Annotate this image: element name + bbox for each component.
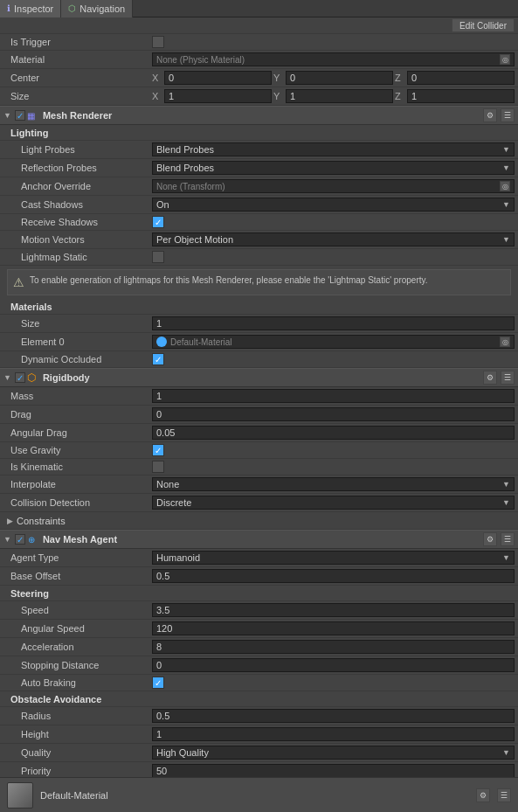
cast-shadows-dropdown[interactable]: On ▼ xyxy=(152,198,515,212)
center-z-label: Z xyxy=(395,73,405,83)
stopping-distance-input[interactable]: 0 xyxy=(152,658,515,672)
size-y-field: Y 1 xyxy=(273,89,393,103)
nav-mesh-agent-enabled-checkbox[interactable] xyxy=(15,534,25,545)
quality-row: Quality High Quality ▼ xyxy=(0,744,518,762)
edit-collider-button[interactable]: Edit Collider xyxy=(452,18,515,32)
radius-input[interactable]: 0.5 xyxy=(152,709,515,723)
mesh-renderer-settings-button[interactable]: ⚙ xyxy=(483,108,497,122)
anchor-override-row: Anchor Override None (Transform) ◎ xyxy=(0,177,518,196)
steering-section-label: Steering xyxy=(0,588,49,599)
receive-shadows-row: Receive Shadows xyxy=(0,214,518,231)
mesh-renderer-menu-button[interactable]: ☰ xyxy=(501,108,515,122)
size-y-input[interactable]: 1 xyxy=(286,89,393,103)
mesh-renderer-title: Mesh Renderer xyxy=(43,110,483,121)
mass-row: Mass 1 xyxy=(0,387,518,406)
acceleration-input[interactable]: 8 xyxy=(152,640,515,654)
quality-arrow-icon: ▼ xyxy=(502,748,510,757)
size-x-input[interactable]: 1 xyxy=(164,89,272,103)
materials-section-label: Materials xyxy=(0,302,52,312)
collision-detection-dropdown[interactable]: Discrete ▼ xyxy=(152,496,515,510)
center-y-input[interactable]: 0 xyxy=(286,71,393,85)
height-input[interactable]: 1 xyxy=(152,727,515,741)
drag-input[interactable]: 0 xyxy=(152,407,515,421)
mat-size-value: 1 xyxy=(148,316,518,331)
mat-size-input[interactable]: 1 xyxy=(152,316,515,330)
speed-row: Speed 3.5 xyxy=(0,601,518,620)
center-z-input[interactable]: 0 xyxy=(407,71,515,85)
drag-row: Drag 0 xyxy=(0,406,518,424)
receive-shadows-checkbox[interactable] xyxy=(152,216,164,228)
mat-size-label: Size xyxy=(0,318,148,329)
dynamic-occluded-value xyxy=(148,352,518,366)
mesh-renderer-header[interactable]: ▼ ▦ Mesh Renderer ⚙ ☰ xyxy=(0,106,518,125)
drag-label: Drag xyxy=(0,409,148,420)
bottom-menu-button[interactable]: ☰ xyxy=(497,788,511,802)
angular-speed-input[interactable]: 120 xyxy=(152,621,515,635)
use-gravity-checkbox[interactable] xyxy=(152,444,164,456)
bottom-settings-button[interactable]: ⚙ xyxy=(476,788,490,802)
element0-select-button[interactable]: ◎ xyxy=(500,337,510,347)
constraints-row[interactable]: ▶ Constraints xyxy=(0,512,518,530)
height-value: 1 xyxy=(148,726,518,742)
motion-vectors-label: Motion Vectors xyxy=(0,234,148,245)
nav-mesh-agent-settings-button[interactable]: ⚙ xyxy=(483,532,497,546)
lightmap-static-checkbox[interactable] xyxy=(152,251,164,263)
is-trigger-value xyxy=(148,35,518,49)
angular-drag-value: 0.05 xyxy=(148,425,518,441)
motion-vectors-dropdown[interactable]: Per Object Motion ▼ xyxy=(152,232,515,246)
angular-drag-input[interactable]: 0.05 xyxy=(152,426,515,440)
anchor-override-field[interactable]: None (Transform) ◎ xyxy=(152,179,515,193)
dynamic-occluded-checkbox[interactable] xyxy=(152,353,164,365)
mesh-renderer-enabled-checkbox[interactable] xyxy=(15,110,25,121)
light-probes-dropdown[interactable]: Blend Probes ▼ xyxy=(152,142,515,156)
reflection-probes-arrow-icon: ▼ xyxy=(502,163,510,172)
auto-braking-checkbox[interactable] xyxy=(152,677,164,689)
mass-input[interactable]: 1 xyxy=(152,389,515,403)
auto-braking-label: Auto Braking xyxy=(0,677,148,688)
lightmap-static-value xyxy=(148,250,518,264)
is-kinematic-label: Is Kinematic xyxy=(0,462,148,472)
bottom-material-name: Default-Material xyxy=(40,790,469,801)
lightmap-warning-box: ⚠ To enable generation of lightmaps for … xyxy=(7,269,511,295)
priority-input[interactable]: 50 xyxy=(152,764,515,778)
light-probes-arrow-icon: ▼ xyxy=(502,145,510,154)
is-kinematic-checkbox[interactable] xyxy=(152,461,164,473)
size-label: Size xyxy=(0,91,148,101)
interpolate-dropdown[interactable]: None ▼ xyxy=(152,477,515,491)
element0-field[interactable]: Default-Material ◎ xyxy=(152,335,515,349)
stopping-distance-row: Stopping Distance 0 xyxy=(0,656,518,675)
mass-value: 1 xyxy=(148,388,518,404)
tab-inspector[interactable]: ℹ Inspector xyxy=(0,0,61,17)
obstacle-section-label: Obstacle Avoidance xyxy=(0,694,101,704)
nav-mesh-agent-header[interactable]: ▼ ⊕ Nav Mesh Agent ⚙ ☰ xyxy=(0,530,518,549)
angular-speed-value: 120 xyxy=(148,621,518,636)
anchor-override-select-button[interactable]: ◎ xyxy=(500,181,510,191)
size-z-label: Z xyxy=(395,91,405,101)
material-select-button[interactable]: ◎ xyxy=(500,54,510,65)
speed-input[interactable]: 3.5 xyxy=(152,603,515,617)
base-offset-label: Base Offset xyxy=(0,571,148,581)
cast-shadows-value: On ▼ xyxy=(148,197,518,212)
size-z-input[interactable]: 1 xyxy=(407,89,515,103)
auto-braking-row: Auto Braking xyxy=(0,675,518,691)
inspector-tab-icon: ℹ xyxy=(7,3,10,13)
rigidbody-menu-button[interactable]: ☰ xyxy=(501,371,515,385)
agent-type-dropdown[interactable]: Humanoid ▼ xyxy=(152,551,515,565)
is-trigger-checkbox[interactable] xyxy=(152,36,164,48)
rigidbody-settings-button[interactable]: ⚙ xyxy=(483,371,497,385)
quality-dropdown[interactable]: High Quality ▼ xyxy=(152,746,515,760)
interpolate-arrow-icon: ▼ xyxy=(502,480,510,489)
cast-shadows-arrow-icon: ▼ xyxy=(502,200,510,209)
base-offset-input[interactable]: 0.5 xyxy=(152,569,515,583)
rigidbody-header[interactable]: ▼ ⬡ Rigidbody ⚙ ☰ xyxy=(0,368,518,387)
center-value: X 0 Y 0 Z 0 xyxy=(148,70,518,86)
material-field[interactable]: None (Physic Material) ◎ xyxy=(152,52,515,66)
center-x-input[interactable]: 0 xyxy=(164,71,272,85)
nav-mesh-agent-menu-button[interactable]: ☰ xyxy=(501,532,515,546)
radius-value: 0.5 xyxy=(148,708,518,724)
reflection-probes-dropdown[interactable]: Blend Probes ▼ xyxy=(152,161,515,175)
receive-shadows-value xyxy=(148,215,518,229)
rigidbody-enabled-checkbox[interactable] xyxy=(15,372,25,383)
acceleration-value: 8 xyxy=(148,639,518,655)
tab-navigation[interactable]: ⬡ Navigation xyxy=(61,0,133,17)
